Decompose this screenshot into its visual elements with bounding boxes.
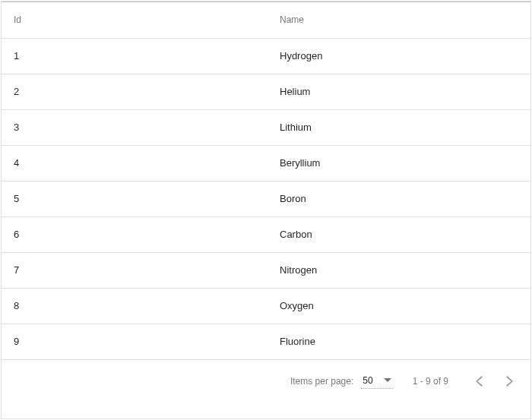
cell-name: Carbon	[268, 216, 530, 252]
column-header-name[interactable]: Name	[268, 2, 530, 38]
cell-id: 7	[2, 252, 268, 288]
table-row: 6 Carbon	[2, 216, 530, 252]
cell-name: Beryllium	[268, 145, 530, 181]
cell-name: Lithium	[268, 109, 530, 145]
next-page-button[interactable]	[494, 366, 524, 396]
page-size-select[interactable]: 50	[361, 374, 392, 389]
cell-name: Fluorine	[268, 324, 530, 359]
previous-page-button[interactable]	[464, 366, 494, 396]
table-row: 1 Hydrogen	[2, 38, 530, 74]
paginator: Items per page: 50 1 - 9 of 9	[2, 360, 530, 403]
cell-id: 5	[2, 181, 268, 216]
cell-name: Nitrogen	[268, 252, 530, 288]
cell-name: Helium	[268, 74, 530, 109]
table-body: 1 Hydrogen 2 Helium 3 Lithium 4 Berylliu…	[2, 38, 530, 359]
table-row: 7 Nitrogen	[2, 252, 530, 288]
cell-id: 9	[2, 324, 268, 359]
cell-id: 6	[2, 216, 268, 252]
cell-name: Oxygen	[268, 288, 530, 324]
top-divider	[2, 2, 530, 2]
chevron-right-icon	[506, 376, 513, 387]
table-row: 9 Fluorine	[2, 324, 530, 359]
table-row: 3 Lithium	[2, 109, 530, 145]
data-table: Id Name 1 Hydrogen 2 Helium 3 Lithium 4 …	[2, 2, 530, 360]
table-row: 4 Beryllium	[2, 145, 530, 181]
table-row: 2 Helium	[2, 74, 530, 109]
cell-id: 4	[2, 145, 268, 181]
dropdown-icon	[384, 378, 391, 382]
data-table-container: Id Name 1 Hydrogen 2 Helium 3 Lithium 4 …	[1, 1, 531, 419]
header-row: Id Name	[2, 2, 530, 38]
cell-id: 8	[2, 288, 268, 324]
cell-name: Boron	[268, 181, 530, 216]
range-label: 1 - 9 of 9	[413, 376, 448, 387]
cell-name: Hydrogen	[268, 38, 530, 74]
table-row: 8 Oxygen	[2, 288, 530, 324]
page-size-value: 50	[363, 375, 372, 386]
column-header-id[interactable]: Id	[2, 2, 268, 38]
cell-id: 1	[2, 38, 268, 74]
items-per-page-label: Items per page:	[290, 376, 353, 387]
cell-id: 3	[2, 109, 268, 145]
table-row: 5 Boron	[2, 181, 530, 216]
cell-id: 2	[2, 74, 268, 109]
chevron-left-icon	[476, 376, 483, 387]
